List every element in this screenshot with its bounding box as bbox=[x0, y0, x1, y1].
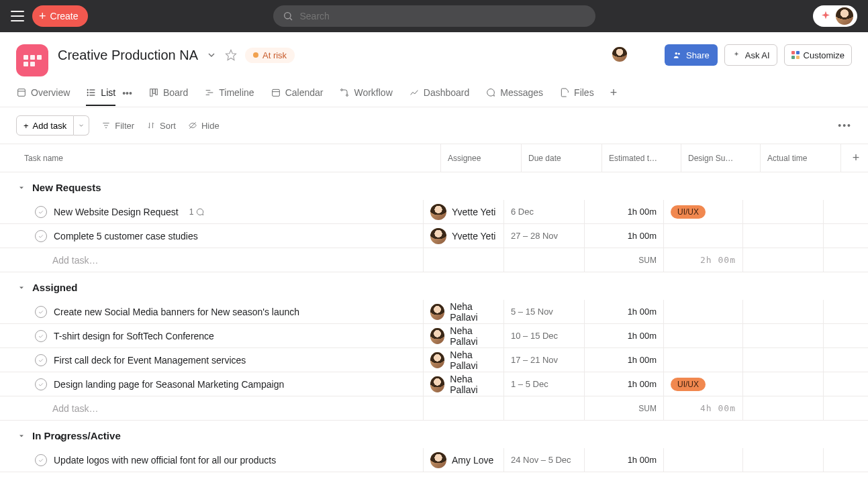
complete-check[interactable] bbox=[35, 330, 47, 342]
menu-icon[interactable] bbox=[11, 11, 24, 21]
actual-cell[interactable] bbox=[742, 200, 823, 223]
collapse-icon[interactable] bbox=[17, 184, 26, 192]
design-cell[interactable] bbox=[663, 348, 742, 372]
toolbar-more[interactable]: ••• bbox=[838, 120, 852, 131]
actual-cell[interactable] bbox=[742, 324, 823, 347]
status-pill[interactable]: At risk bbox=[245, 48, 295, 63]
create-button[interactable]: + Create bbox=[32, 5, 88, 27]
estimated-cell[interactable]: 1h 00m bbox=[584, 348, 663, 372]
assignee-cell[interactable]: Yvette Yeti bbox=[423, 200, 503, 223]
assignee-cell[interactable]: Neha Pallavi bbox=[423, 300, 503, 323]
tab-overview[interactable]: Overview bbox=[16, 87, 70, 106]
col-due-date[interactable]: Due date bbox=[521, 144, 601, 172]
share-button[interactable]: Share bbox=[665, 44, 718, 66]
tab-dashboard[interactable]: Dashboard bbox=[409, 87, 470, 106]
complete-check[interactable] bbox=[35, 454, 47, 466]
col-estimated[interactable]: Estimated t… bbox=[601, 144, 681, 172]
design-cell[interactable]: UI/UX bbox=[663, 372, 742, 396]
tag[interactable]: UI/UX bbox=[671, 378, 706, 391]
due-date-cell[interactable]: 24 Nov – 5 Dec bbox=[503, 448, 584, 472]
tab-workflow[interactable]: Workflow bbox=[339, 87, 392, 106]
tab-list[interactable]: List bbox=[86, 87, 115, 106]
table-row[interactable]: First call deck for Event Management ser… bbox=[0, 348, 868, 372]
estimated-cell[interactable]: 1h 00m bbox=[584, 200, 663, 223]
add-member-placeholder[interactable] bbox=[639, 46, 658, 64]
due-date-cell[interactable]: 6 Dec bbox=[503, 200, 584, 223]
assignee-cell[interactable]: Yvette Yeti bbox=[423, 224, 503, 248]
tab-list-more[interactable]: ••• bbox=[122, 88, 132, 105]
design-cell[interactable] bbox=[663, 448, 742, 472]
assignee-cell[interactable]: Neha Pallavi bbox=[423, 324, 503, 347]
actual-cell[interactable] bbox=[742, 372, 823, 396]
collapse-icon[interactable] bbox=[17, 432, 26, 440]
add-task-dropdown[interactable] bbox=[74, 115, 89, 136]
estimated-cell[interactable]: 1h 00m bbox=[584, 324, 663, 347]
add-task-row[interactable]: Add task…SUM2h 00m bbox=[0, 248, 868, 272]
customize-button[interactable]: Customize bbox=[784, 44, 852, 66]
section-header[interactable]: Assigned bbox=[0, 272, 868, 300]
table-row[interactable]: Create new Social Media banners for New … bbox=[0, 300, 868, 324]
due-date-cell[interactable]: 1 – 5 Dec bbox=[503, 372, 584, 396]
search-input[interactable] bbox=[300, 11, 586, 21]
due-date-cell[interactable]: 27 – 28 Nov bbox=[503, 224, 584, 248]
tab-board[interactable]: Board bbox=[148, 87, 188, 106]
filter-button[interactable]: Filter bbox=[101, 121, 134, 131]
complete-check[interactable] bbox=[35, 230, 47, 242]
tab-messages[interactable]: Messages bbox=[485, 87, 543, 106]
tab-add[interactable]: + bbox=[610, 86, 618, 107]
tab-files[interactable]: Files bbox=[559, 87, 594, 106]
comment-badge[interactable]: 1 bbox=[189, 207, 205, 217]
complete-check[interactable] bbox=[35, 378, 47, 390]
tab-calendar[interactable]: Calendar bbox=[271, 87, 324, 106]
col-design[interactable]: Design Su… bbox=[681, 144, 760, 172]
tab-timeline[interactable]: Timeline bbox=[204, 87, 254, 106]
actual-cell[interactable] bbox=[742, 448, 823, 472]
assignee-cell[interactable]: Amy Love bbox=[423, 448, 503, 472]
design-cell[interactable] bbox=[663, 300, 742, 323]
user-menu[interactable] bbox=[813, 5, 857, 27]
assignee-cell[interactable]: Neha Pallavi bbox=[423, 372, 503, 396]
section-header[interactable]: In Progress/Active bbox=[0, 421, 868, 448]
hide-button[interactable]: Hide bbox=[188, 121, 220, 131]
project-title[interactable]: Creative Production NA bbox=[58, 48, 198, 63]
add-task-placeholder[interactable]: Add task… bbox=[0, 248, 423, 272]
complete-check[interactable] bbox=[35, 306, 47, 318]
actual-cell[interactable] bbox=[742, 348, 823, 372]
table-row[interactable]: Update logos with new official font for … bbox=[0, 448, 868, 472]
due-date-cell[interactable]: 10 – 15 Dec bbox=[503, 324, 584, 347]
design-cell[interactable] bbox=[663, 224, 742, 248]
star-icon[interactable] bbox=[225, 49, 237, 61]
actual-cell[interactable] bbox=[742, 224, 823, 248]
table-row[interactable]: New Website Design Request 1 Yvette Yeti… bbox=[0, 200, 868, 224]
member-stack[interactable] bbox=[615, 46, 658, 64]
due-date-cell[interactable]: 5 – 15 Nov bbox=[503, 300, 584, 323]
search-input-wrapper[interactable] bbox=[273, 5, 595, 27]
add-task-row[interactable]: Add task…SUM4h 00m bbox=[0, 396, 868, 421]
col-actual[interactable]: Actual time bbox=[760, 144, 840, 172]
table-row[interactable]: Design landing page for Seasonal Marketi… bbox=[0, 372, 868, 396]
estimated-cell[interactable]: 1h 00m bbox=[584, 372, 663, 396]
complete-check[interactable] bbox=[35, 354, 47, 366]
table-row[interactable]: T-shirt design for SoftTech Conference N… bbox=[0, 324, 868, 348]
col-task-name[interactable]: Task name bbox=[17, 144, 440, 172]
section-header[interactable]: New Requests bbox=[0, 172, 868, 200]
estimated-cell[interactable]: 1h 00m bbox=[584, 224, 663, 248]
tag[interactable]: UI/UX bbox=[671, 205, 706, 219]
ask-ai-button[interactable]: Ask AI bbox=[724, 44, 777, 66]
collapse-icon[interactable] bbox=[17, 284, 26, 292]
estimated-cell[interactable]: 1h 00m bbox=[584, 448, 663, 472]
complete-check[interactable] bbox=[35, 206, 47, 218]
add-column-button[interactable]: + bbox=[840, 144, 868, 172]
design-cell[interactable]: UI/UX bbox=[663, 200, 742, 223]
assignee-cell[interactable]: Neha Pallavi bbox=[423, 348, 503, 372]
add-task-placeholder[interactable]: Add task… bbox=[0, 396, 423, 420]
design-cell[interactable] bbox=[663, 324, 742, 347]
add-task-button[interactable]: +Add task bbox=[16, 115, 74, 136]
due-date-cell[interactable]: 17 – 21 Nov bbox=[503, 348, 584, 372]
chevron-down-icon[interactable] bbox=[206, 50, 217, 60]
sort-button[interactable]: Sort bbox=[146, 121, 176, 131]
table-row[interactable]: Complete 5 customer case studies Yvette … bbox=[0, 224, 868, 248]
estimated-cell[interactable]: 1h 00m bbox=[584, 300, 663, 323]
actual-cell[interactable] bbox=[742, 300, 823, 323]
col-assignee[interactable]: Assignee bbox=[440, 144, 521, 172]
